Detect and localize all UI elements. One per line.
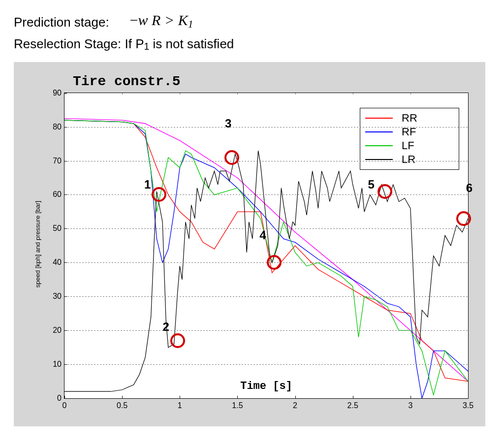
- grid-line-h: [64, 364, 468, 365]
- x-tick-mark: [353, 396, 353, 398]
- grid-line-h: [64, 330, 468, 331]
- y-tick-label: 70: [53, 157, 62, 165]
- y-tick-mark: [64, 364, 67, 365]
- annotation-circle-3: [224, 150, 239, 165]
- y-tick-mark: [64, 228, 67, 229]
- y-tick-mark: [64, 194, 67, 195]
- x-tick-label: 1: [178, 401, 182, 410]
- annotation-circle-6: [456, 211, 471, 226]
- y-axis-label: speed [kph] and pressure [bar]: [34, 201, 41, 288]
- annotation-label-1: 1: [144, 178, 151, 192]
- y-tick-mark: [64, 296, 67, 297]
- plot-area: RRRFLFLR Time [s] 010203040506070809000.…: [64, 93, 469, 399]
- x-tick-mark: [295, 396, 296, 398]
- annotation-label-6: 6: [466, 181, 472, 195]
- reselection-stage-text: Reselection Stage: If P1 is not satisfie…: [14, 35, 490, 53]
- y-tick-mark: [64, 93, 67, 94]
- y-tick-label: 50: [53, 224, 62, 233]
- y-tick-label: 40: [53, 258, 62, 267]
- grid-line-h: [64, 127, 468, 128]
- legend-swatch: [365, 131, 393, 132]
- y-tick-label: 80: [53, 123, 62, 131]
- x-tick-label: 3: [408, 401, 412, 410]
- annotation-label-5: 5: [368, 178, 375, 192]
- header-text: Prediction stage: −w R > K1 Reselection …: [0, 0, 504, 53]
- y-tick-mark: [64, 398, 67, 399]
- annotation-circle-2: [170, 333, 185, 348]
- legend-label: LF: [402, 139, 414, 152]
- annotation-label-4: 4: [259, 228, 266, 242]
- y-tick-label: 60: [53, 190, 62, 199]
- legend-item-LF: LF: [365, 139, 454, 153]
- x-tick-mark: [180, 396, 180, 398]
- x-tick-label: 3.5: [463, 401, 473, 410]
- legend-label: RF: [402, 126, 416, 138]
- y-tick-mark: [64, 330, 67, 331]
- y-tick-mark: [64, 262, 67, 263]
- legend-swatch: [365, 159, 393, 160]
- legend-swatch: [365, 118, 393, 119]
- legend-label: LR: [402, 153, 415, 166]
- legend-item-LR: LR: [365, 153, 454, 166]
- annotation-circle-4: [267, 255, 282, 270]
- y-tick-label: 90: [53, 89, 62, 97]
- legend-label: RR: [402, 112, 417, 125]
- annotation-label-2: 2: [162, 320, 169, 334]
- x-tick-label: 2.5: [347, 401, 358, 410]
- x-tick-mark: [410, 396, 411, 398]
- grid-line-v: [410, 93, 411, 398]
- annotation-circle-5: [378, 184, 392, 199]
- series-pressure: [64, 151, 468, 391]
- grid-line-v: [180, 93, 180, 398]
- x-tick-mark: [64, 396, 65, 398]
- legend-swatch: [365, 145, 393, 146]
- y-tick-mark: [64, 127, 67, 128]
- grid-line-h: [64, 161, 468, 161]
- x-tick-mark: [468, 396, 469, 398]
- x-tick-label: 2: [293, 401, 297, 410]
- legend-item-RR: RR: [365, 111, 454, 125]
- annotation-label-3: 3: [225, 117, 231, 130]
- x-tick-mark: [122, 396, 123, 398]
- y-tick-label: 30: [53, 292, 62, 301]
- grid-line-v: [122, 93, 123, 398]
- grid-line-v: [295, 93, 296, 398]
- y-tick-label: 10: [53, 360, 62, 369]
- prediction-formula: −w R > K1: [119, 10, 193, 35]
- grid-line-h: [64, 296, 468, 297]
- grid-line-v: [237, 93, 238, 398]
- prediction-stage-label: Prediction stage:: [14, 13, 109, 31]
- annotation-circle-1: [152, 187, 166, 202]
- grid-line-h: [64, 194, 468, 195]
- x-axis-label: Time [s]: [240, 380, 292, 392]
- x-tick-mark: [237, 396, 238, 398]
- grid-line-v: [353, 93, 353, 398]
- chart-container: Tire constr.5 speed [kph] and pressure […: [14, 62, 485, 426]
- x-tick-label: 1.5: [232, 401, 243, 410]
- y-tick-label: 0: [57, 394, 62, 403]
- y-tick-mark: [64, 161, 67, 161]
- grid-line-h: [64, 262, 468, 263]
- y-tick-label: 20: [53, 326, 62, 335]
- x-tick-label: 0.5: [117, 401, 127, 410]
- x-tick-label: 0: [63, 401, 67, 410]
- chart-title: Tire constr.5: [73, 74, 180, 89]
- grid-line-h: [64, 228, 468, 229]
